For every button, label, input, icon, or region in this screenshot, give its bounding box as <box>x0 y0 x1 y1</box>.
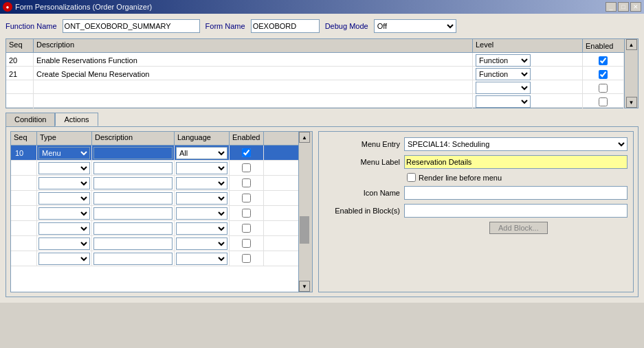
actions-row[interactable] <box>11 251 298 266</box>
ar7-desc-input[interactable] <box>93 237 173 250</box>
ar6-type-select[interactable] <box>38 222 90 235</box>
main-grid-row <box>6 80 624 94</box>
ar3-lang-select[interactable] <box>176 177 227 189</box>
menu-label-input[interactable] <box>404 155 628 169</box>
ar7-type-select[interactable] <box>38 237 90 250</box>
render-line-checkbox[interactable] <box>407 173 416 182</box>
ar3-type-select[interactable] <box>38 177 90 189</box>
row4-enabled-checkbox[interactable] <box>599 97 608 106</box>
ar2-enabled-checkbox[interactable] <box>242 163 251 172</box>
add-block-button[interactable]: Add Block... <box>489 222 548 234</box>
ar8-lang-select[interactable] <box>176 253 227 265</box>
close-button[interactable]: ✕ <box>630 2 641 12</box>
scroll-down-button[interactable]: ▼ <box>626 97 637 108</box>
row4-level-select[interactable] <box>476 95 531 108</box>
row2-level: Function <box>473 67 583 82</box>
ar8-desc-input[interactable] <box>93 253 173 265</box>
main-content: Function Name Form Name Debug Mode Off O… <box>0 14 644 303</box>
tabs-row: Condition Actions <box>5 113 639 126</box>
ar4-desc-input[interactable] <box>93 192 173 205</box>
window-title: Form Personalizations (Order Organizer) <box>15 3 152 11</box>
main-grid-row <box>6 94 624 108</box>
actions-grid: Seq Type Description Language Enabled 10 <box>10 131 313 292</box>
enabled-block-input[interactable] <box>404 204 628 218</box>
function-name-input[interactable] <box>63 19 200 33</box>
ar6-lang-select[interactable] <box>176 222 227 235</box>
scroll-thumb <box>300 216 309 244</box>
actions-row[interactable] <box>11 176 298 191</box>
actions-scroll-up[interactable]: ▲ <box>299 132 310 143</box>
maximize-button[interactable]: □ <box>618 2 629 12</box>
top-form-row: Function Name Form Name Debug Mode Off O… <box>5 19 639 33</box>
ar1-enabled <box>230 146 264 160</box>
enabled-block-label: Enabled in Block(s) <box>324 207 400 215</box>
ar5-type-select[interactable] <box>38 207 90 220</box>
actions-scroll-track <box>299 143 310 216</box>
row1-enabled-checkbox[interactable] <box>599 56 608 65</box>
row3-enabled-checkbox[interactable] <box>599 84 608 93</box>
ar7-lang-select[interactable] <box>176 237 227 250</box>
menu-entry-select[interactable]: SPECIAL14: Scheduling <box>404 137 628 151</box>
ar7-enabled-checkbox[interactable] <box>242 239 251 248</box>
row2-level-select[interactable]: Function <box>476 68 531 80</box>
form-name-input[interactable] <box>251 19 320 33</box>
actions-left-panel: Seq Type Description Language Enabled 10 <box>10 131 313 292</box>
panel-body: Seq Type Description Language Enabled 10 <box>5 126 639 297</box>
ar3-enabled-checkbox[interactable] <box>242 178 251 187</box>
ar8-type-select[interactable] <box>38 253 90 265</box>
actions-grid-inner: Seq Type Description Language Enabled 10 <box>11 132 298 292</box>
ar5-enabled-checkbox[interactable] <box>242 209 251 218</box>
ar1-seq: 10 <box>11 146 37 160</box>
actions-row[interactable] <box>11 191 298 206</box>
ar2-lang-select[interactable] <box>176 162 227 174</box>
actions-row[interactable] <box>11 236 298 251</box>
actions-row[interactable] <box>11 206 298 221</box>
ar5-desc-input[interactable] <box>93 207 173 220</box>
tab-condition[interactable]: Condition <box>5 113 55 126</box>
main-grid-row: 21 Create Special Menu Reservation Funct… <box>6 67 624 80</box>
icon-name-label: Icon Name <box>324 189 400 197</box>
icon-name-input[interactable] <box>404 186 628 200</box>
render-line-label: Render line before menu <box>419 174 502 182</box>
ar8-enabled-checkbox[interactable] <box>242 254 251 263</box>
row1-seq: 20 <box>6 53 34 68</box>
main-grid-header: Seq Description Level Enabled <box>6 39 624 53</box>
render-line-row: Render line before menu <box>407 173 628 182</box>
ar1-description-input[interactable] <box>93 147 173 159</box>
ar4-type-select[interactable] <box>38 192 90 205</box>
debug-mode-label: Debug Mode <box>325 22 368 30</box>
ar1-language-select[interactable]: All <box>176 147 227 159</box>
actions-row[interactable] <box>11 221 298 236</box>
ar6-enabled-checkbox[interactable] <box>242 224 251 233</box>
row2-enabled-checkbox[interactable] <box>599 70 608 79</box>
scroll-track <box>626 50 637 97</box>
scroll-up-button[interactable]: ▲ <box>626 39 637 50</box>
actions-row[interactable] <box>11 161 298 176</box>
ar1-type-select[interactable]: Menu <box>38 147 90 159</box>
debug-mode-select[interactable]: Off On <box>374 19 456 33</box>
ar4-lang-select[interactable] <box>176 192 227 205</box>
ar3-desc-input[interactable] <box>93 177 173 189</box>
row1-level-select[interactable]: Function <box>476 54 531 67</box>
ar2-desc-input[interactable] <box>93 162 173 174</box>
seq-selected: 10 <box>12 146 35 159</box>
ar4-enabled-checkbox[interactable] <box>242 194 251 202</box>
window-controls: _ □ ✕ <box>606 2 641 12</box>
tabs-section: Condition Actions Seq Type Description L… <box>5 113 639 297</box>
menu-entry-label: Menu Entry <box>324 140 400 148</box>
title-bar: ● Form Personalizations (Order Organizer… <box>0 0 644 14</box>
row3-level-select[interactable] <box>476 82 531 94</box>
ar6-desc-input[interactable] <box>93 222 173 235</box>
minimize-button[interactable]: _ <box>606 2 617 12</box>
ar2-type-select[interactable] <box>38 162 90 174</box>
col-enabled: Enabled <box>583 39 624 52</box>
ar5-lang-select[interactable] <box>176 207 227 220</box>
tab-actions[interactable]: Actions <box>55 113 98 126</box>
row2-description: Create Special Menu Reservation <box>34 67 473 82</box>
menu-label-row: Menu Label <box>324 155 628 169</box>
actions-scroll-down[interactable]: ▼ <box>299 281 310 292</box>
actions-scroll-track-bottom <box>299 244 310 281</box>
ar1-enabled-checkbox[interactable] <box>242 148 251 157</box>
enabled-block-row: Enabled in Block(s) <box>324 204 628 218</box>
actions-row[interactable]: 10 Menu All <box>11 146 298 161</box>
